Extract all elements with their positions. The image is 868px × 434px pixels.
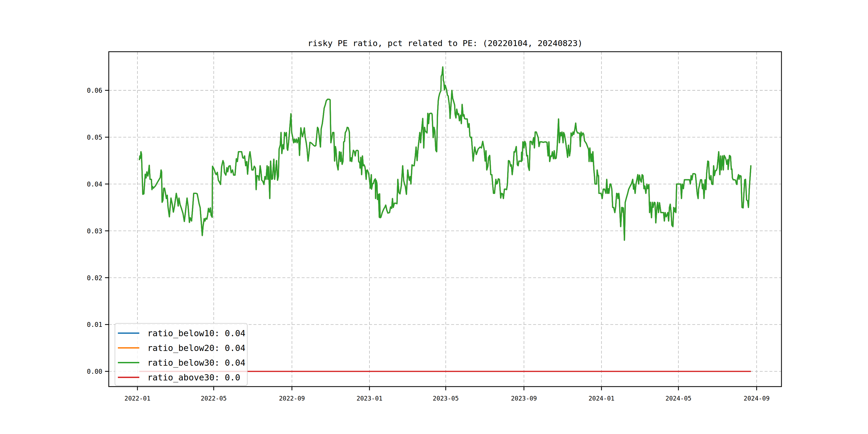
series-ratio_below10 <box>139 67 751 240</box>
y-tick-label-0.03: 0.03 <box>87 227 102 235</box>
x-tick-label-2024-01: 2024-01 <box>589 395 615 402</box>
legend-row-1: ratio_below20: 0.04 <box>118 341 247 355</box>
y-tick-label-0.01: 0.01 <box>87 321 102 329</box>
legend-label-1: ratio_below20: 0.04 <box>147 343 245 353</box>
legend-row-3: ratio_above30: 0.0 <box>118 370 247 385</box>
y-tick-label-0.02: 0.02 <box>87 274 102 282</box>
y-tick-label-0.00: 0.00 <box>87 368 102 375</box>
x-tick-label-2023-05: 2023-05 <box>433 395 459 402</box>
legend-line-swatch-3 <box>118 377 139 378</box>
x-tick-label-2024-05: 2024-05 <box>665 395 691 402</box>
series-ratio_below20 <box>139 67 751 240</box>
x-tick-label-2023-01: 2023-01 <box>356 395 382 402</box>
x-tick-label-2022-01: 2022-01 <box>125 395 151 402</box>
legend-line-swatch-1 <box>118 347 139 348</box>
legend-line-swatch-0 <box>118 333 139 334</box>
x-tick-label-2022-09: 2022-09 <box>279 395 305 402</box>
x-tick-label-2023-09: 2023-09 <box>511 395 537 402</box>
legend: ratio_below10: 0.04ratio_below20: 0.04ra… <box>115 323 248 386</box>
x-tick-label-2022-05: 2022-05 <box>201 395 227 402</box>
legend-label-0: ratio_below10: 0.04 <box>147 328 245 338</box>
y-tick-label-0.04: 0.04 <box>87 181 102 188</box>
legend-line-swatch-2 <box>118 362 139 363</box>
x-tick-label-2024-09: 2024-09 <box>744 395 770 402</box>
y-tick-label-0.05: 0.05 <box>87 134 102 141</box>
series-ratio_below30 <box>139 67 751 240</box>
legend-row-2: ratio_below30: 0.04 <box>118 355 247 370</box>
figure: risky PE ratio, pct related to PE: (2022… <box>0 0 868 434</box>
legend-label-2: ratio_below30: 0.04 <box>147 358 245 368</box>
legend-label-3: ratio_above30: 0.0 <box>147 372 240 382</box>
y-tick-label-0.06: 0.06 <box>87 87 102 94</box>
legend-row-0: ratio_below10: 0.04 <box>118 326 247 341</box>
